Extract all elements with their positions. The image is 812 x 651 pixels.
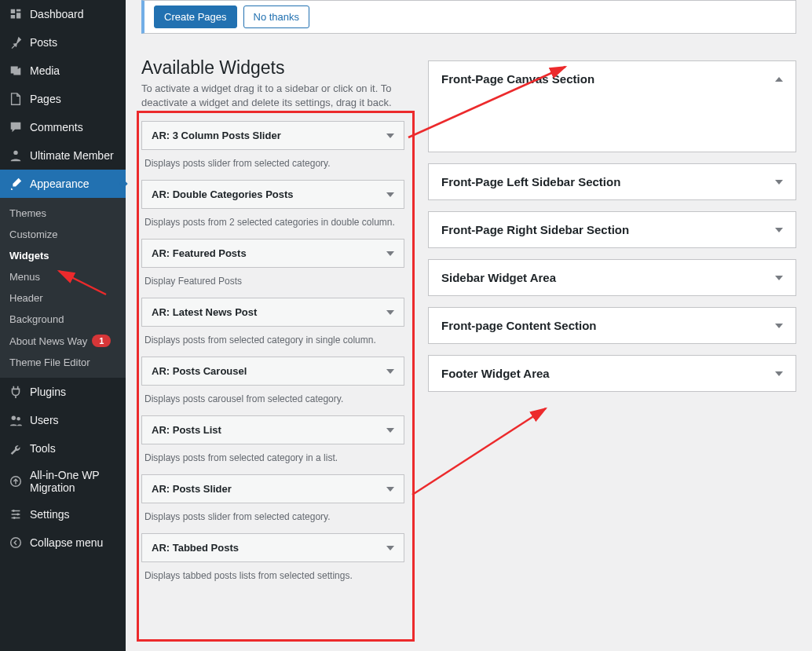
menu-label: Posts	[30, 36, 118, 49]
menu-label: Ultimate Member	[30, 149, 118, 162]
menu-item-all-in-one-wp-migration[interactable]: All-in-One WP Migration	[0, 463, 126, 500]
brush-icon	[8, 176, 24, 192]
menu-label: Settings	[30, 508, 118, 521]
submenu-label: Themes	[9, 207, 46, 219]
widget-header[interactable]: AR: Double Categories Posts	[142, 181, 404, 208]
submenu-label: About News Way	[9, 335, 87, 347]
menu-item-appearance[interactable]: Appearance	[0, 170, 126, 198]
menu-label: All-in-One WP Migration	[30, 469, 118, 494]
no-thanks-button[interactable]: No thanks	[243, 5, 310, 28]
available-widget[interactable]: AR: Posts Slider	[141, 474, 404, 503]
svg-point-1	[12, 416, 16, 420]
submenu-label: Customize	[9, 229, 57, 240]
available-widget[interactable]: AR: Posts Carousel	[141, 357, 404, 386]
submenu-label: Widgets	[9, 250, 49, 261]
chevron-down-icon	[386, 369, 394, 374]
widget-description: Display Featured Posts	[141, 276, 404, 287]
tools-icon	[8, 441, 24, 456]
widget-area-dropzone[interactable]	[429, 97, 796, 152]
widget-area-header[interactable]: Front-Page Canvas Section	[429, 61, 796, 97]
menu-label: Media	[30, 64, 118, 77]
menu-item-media[interactable]: Media	[0, 57, 126, 85]
widget-header[interactable]: AR: Posts Carousel	[142, 357, 404, 385]
widget-description: Displays posts slider from selected cate…	[141, 158, 404, 169]
menu-item-dashboard[interactable]: Dashboard	[0, 0, 126, 28]
submenu-label: Menus	[9, 271, 40, 283]
submenu-item-header[interactable]: Header	[0, 287, 126, 309]
plugin-icon	[8, 384, 24, 400]
menu-item-pages[interactable]: Pages	[0, 85, 126, 113]
menu-item-plugins[interactable]: Plugins	[0, 378, 126, 406]
widget-header[interactable]: AR: Posts List	[142, 416, 404, 444]
chevron-down-icon	[775, 180, 783, 185]
submenu-label: Background	[9, 313, 64, 325]
widget-header[interactable]: AR: Posts Slider	[142, 475, 404, 503]
chevron-down-icon	[775, 276, 783, 280]
chevron-down-icon	[386, 192, 394, 197]
submenu-item-about-news-way[interactable]: About News Way1	[0, 330, 126, 352]
available-widgets-column: Available Widgets To activate a widget d…	[141, 49, 404, 592]
widget-header[interactable]: AR: Featured Posts	[142, 240, 404, 267]
comment-icon	[8, 119, 24, 135]
user-icon	[8, 148, 24, 163]
widget-description: Displays posts slider from selected cate…	[141, 511, 404, 522]
widget-area-header[interactable]: Sidebar Widget Area	[429, 260, 796, 295]
submenu-item-theme-file-editor[interactable]: Theme File Editor	[0, 352, 126, 373]
available-widget[interactable]: AR: 3 Column Posts Slider	[141, 121, 404, 150]
widget-description: Displays tabbed posts lists from selecte…	[141, 570, 404, 581]
available-widget[interactable]: AR: Double Categories Posts	[141, 180, 404, 209]
widget-header[interactable]: AR: 3 Column Posts Slider	[142, 122, 404, 149]
menu-item-settings[interactable]: Settings	[0, 500, 126, 528]
menu-item-collapse-menu[interactable]: Collapse menu	[0, 528, 126, 557]
widget-title: AR: Tabbed Posts	[152, 542, 239, 554]
menu-item-tools[interactable]: Tools	[0, 434, 126, 463]
menu-item-comments[interactable]: Comments	[0, 113, 126, 141]
create-pages-button[interactable]: Create Pages	[154, 5, 237, 28]
widget-area: Front-page Content Section	[428, 307, 796, 344]
widget-description: Displays posts carousel from selected ca…	[141, 393, 404, 404]
widget-area-header[interactable]: Front-Page Right Sidebar Section	[429, 212, 796, 247]
submenu-item-customize[interactable]: Customize	[0, 224, 126, 245]
page-icon	[8, 91, 24, 107]
appearance-submenu: ThemesCustomizeWidgetsMenusHeaderBackgro…	[0, 198, 126, 378]
widget-area: Sidebar Widget Area	[428, 259, 796, 296]
dashboard-icon	[8, 6, 24, 22]
widget-area-header[interactable]: Front-Page Left Sidebar Section	[429, 164, 796, 199]
menu-item-ultimate-member[interactable]: Ultimate Member	[0, 141, 126, 170]
widget-area-title: Front-Page Left Sidebar Section	[441, 175, 620, 188]
admin-sidebar: DashboardPostsMediaPagesCommentsUltimate…	[0, 0, 126, 651]
widget-title: AR: Posts Slider	[152, 483, 232, 495]
menu-label: Collapse menu	[30, 536, 118, 549]
available-widget[interactable]: AR: Posts List	[141, 415, 404, 444]
available-widget[interactable]: AR: Latest News Post	[141, 298, 404, 327]
widget-title: AR: Latest News Post	[152, 306, 257, 318]
widget-description: Displays posts from selected category in…	[141, 335, 404, 346]
chevron-down-icon	[386, 546, 394, 550]
widget-description: Displays posts from selected category in…	[141, 452, 404, 463]
submenu-item-background[interactable]: Background	[0, 309, 126, 330]
submenu-item-widgets[interactable]: Widgets	[0, 245, 126, 266]
chevron-down-icon	[386, 310, 394, 315]
menu-label: Users	[30, 414, 118, 426]
widget-title: AR: 3 Column Posts Slider	[152, 130, 281, 141]
menu-item-users[interactable]: Users	[0, 406, 126, 434]
widget-area-header[interactable]: Front-page Content Section	[429, 308, 796, 343]
available-widgets-heading: Available Widgets	[141, 57, 404, 79]
svg-point-5	[16, 514, 19, 516]
widget-header[interactable]: AR: Latest News Post	[142, 298, 404, 326]
available-widget[interactable]: AR: Tabbed Posts	[141, 533, 404, 562]
update-badge: 1	[92, 335, 111, 347]
menu-label: Pages	[30, 93, 118, 105]
available-widget[interactable]: AR: Featured Posts	[141, 239, 404, 268]
widget-header[interactable]: AR: Tabbed Posts	[142, 534, 404, 561]
submenu-item-themes[interactable]: Themes	[0, 203, 126, 224]
chevron-up-icon	[775, 77, 783, 82]
users-icon	[8, 412, 24, 428]
menu-item-posts[interactable]: Posts	[0, 28, 126, 57]
chevron-down-icon	[775, 324, 783, 328]
submenu-item-menus[interactable]: Menus	[0, 266, 126, 287]
menu-label: Comments	[30, 121, 118, 133]
menu-label: Appearance	[30, 177, 118, 190]
widget-area-header[interactable]: Footer Widget Area	[429, 356, 796, 391]
widget-area: Front-Page Left Sidebar Section	[428, 163, 796, 200]
